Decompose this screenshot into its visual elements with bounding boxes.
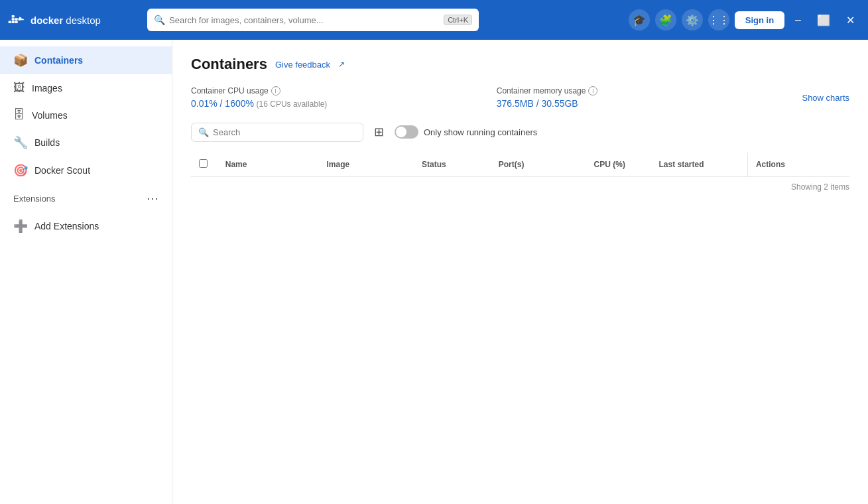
- table-header-image: Image: [318, 153, 414, 177]
- cpu-stat-avail: (16 CPUs available): [257, 99, 328, 109]
- table-header-ports: Port(s): [491, 153, 586, 177]
- table-header-last-started: Last started: [651, 153, 748, 177]
- add-extensions-icon: ➕: [13, 219, 28, 233]
- titlebar-actions: 🎓 🧩 ⚙️ ⋮⋮ Sign in – ⬜ ✕: [629, 9, 860, 31]
- search-icon: 🔍: [154, 15, 165, 25]
- sidebar-item-builds-label: Builds: [34, 137, 60, 148]
- logo-text: docker desktop: [31, 15, 101, 26]
- table-header-actions: Actions: [747, 153, 849, 177]
- extensions-button[interactable]: 🧩: [655, 9, 676, 31]
- table-header-status: Status: [414, 153, 491, 177]
- volumes-icon: 🗄: [13, 108, 25, 122]
- settings-button[interactable]: ⚙️: [682, 9, 703, 31]
- sidebar-item-volumes[interactable]: 🗄 Volumes: [0, 101, 172, 129]
- memory-stat-label: Container memory usage i: [497, 86, 802, 95]
- builds-icon: 🔧: [13, 135, 28, 150]
- svg-rect-1: [12, 21, 15, 23]
- logo-docker: docker: [31, 15, 63, 26]
- learn-button[interactable]: 🎓: [629, 9, 650, 31]
- search-shortcut: Ctrl+K: [444, 15, 472, 25]
- sidebar-item-containers-label: Containers: [34, 55, 83, 66]
- table-header-name: Name: [217, 153, 319, 177]
- sidebar-item-volumes-label: Volumes: [32, 110, 68, 121]
- containers-table: Name Image Status Port(s) CPU (%) Last s…: [191, 153, 849, 177]
- docker-scout-icon: 🎯: [13, 163, 28, 178]
- extensions-more-button[interactable]: ⋯: [147, 191, 158, 206]
- memory-info-icon[interactable]: i: [588, 86, 597, 95]
- svg-rect-2: [15, 21, 18, 23]
- logo-desktop: desktop: [63, 15, 101, 26]
- table-header: Name Image Status Port(s) CPU (%) Last s…: [191, 153, 849, 177]
- table-header-checkbox[interactable]: [191, 153, 217, 177]
- cpu-info-icon[interactable]: i: [271, 86, 280, 95]
- titlebar: docker desktop 🔍 Ctrl+K 🎓 🧩 ⚙️ ⋮⋮ Sign i…: [0, 0, 868, 40]
- containers-icon: 📦: [13, 53, 28, 68]
- maximize-button[interactable]: ⬜: [812, 14, 836, 27]
- global-search-bar[interactable]: 🔍 Ctrl+K: [147, 9, 479, 31]
- extensions-header: Extensions ⋯: [0, 184, 172, 212]
- page-title: Containers: [191, 56, 267, 73]
- sidebar-item-images-label: Images: [32, 83, 62, 94]
- memory-stat-value: 376.5MB / 30.55GB: [497, 98, 578, 109]
- showing-items: Showing 2 items: [191, 177, 849, 197]
- table-header-cpu: CPU (%): [586, 153, 651, 177]
- running-toggle[interactable]: [395, 125, 418, 139]
- container-search-wrap[interactable]: 🔍: [191, 123, 363, 142]
- svg-rect-5: [12, 18, 15, 21]
- sidebar-item-builds[interactable]: 🔧 Builds: [0, 129, 172, 157]
- app-layout: 📦 Containers 🖼 Images 🗄 Volumes 🔧 Builds…: [0, 40, 868, 504]
- svg-rect-3: [15, 18, 18, 21]
- main-content: Containers Give feedback ↗ Container CPU…: [172, 40, 868, 504]
- page-header: Containers Give feedback ↗: [191, 56, 849, 73]
- add-extensions-item[interactable]: ➕ Add Extensions: [0, 212, 172, 240]
- svg-rect-0: [9, 21, 11, 23]
- memory-stat-block: Container memory usage i 376.5MB / 30.55…: [497, 86, 802, 109]
- toolbar: 🔍 ⊞ Only show running containers: [191, 122, 849, 142]
- add-extensions-label: Add Extensions: [34, 221, 99, 231]
- sidebar-item-images[interactable]: 🖼 Images: [0, 74, 172, 101]
- apps-button[interactable]: ⋮⋮: [708, 9, 729, 31]
- cpu-stat-label: Container CPU usage i: [191, 86, 497, 95]
- sidebar: 📦 Containers 🖼 Images 🗄 Volumes 🔧 Builds…: [0, 40, 172, 504]
- signin-button[interactable]: Sign in: [735, 11, 784, 29]
- extensions-label: Extensions: [13, 194, 56, 204]
- container-search-input[interactable]: [213, 127, 356, 137]
- show-charts-button[interactable]: Show charts: [802, 93, 849, 103]
- cpu-stat-value: 0.01% / 1600%: [191, 98, 254, 109]
- sidebar-item-docker-scout-label: Docker Scout: [34, 165, 90, 176]
- toggle-thumb: [396, 127, 406, 137]
- images-icon: 🖼: [13, 81, 25, 95]
- feedback-external-icon: ↗: [338, 60, 345, 69]
- sidebar-item-containers[interactable]: 📦 Containers: [0, 46, 172, 74]
- running-toggle-container: Only show running containers: [395, 125, 537, 139]
- sidebar-item-docker-scout[interactable]: 🎯 Docker Scout: [0, 157, 172, 184]
- grid-view-button[interactable]: ⊞: [371, 122, 387, 142]
- svg-rect-6: [12, 15, 15, 18]
- global-search-input[interactable]: [169, 15, 440, 25]
- only-running-label: Only show running containers: [424, 127, 537, 137]
- cpu-stat-block: Container CPU usage i 0.01% / 1600% (16 …: [191, 86, 497, 109]
- minimize-button[interactable]: –: [790, 14, 806, 26]
- logo-area: docker desktop: [8, 11, 141, 29]
- feedback-link[interactable]: Give feedback: [275, 60, 330, 70]
- close-button[interactable]: ✕: [841, 14, 860, 27]
- search-icon: 🔍: [198, 127, 209, 137]
- stats-row: Container CPU usage i 0.01% / 1600% (16 …: [191, 86, 849, 109]
- select-all-checkbox[interactable]: [199, 159, 208, 168]
- docker-logo-icon: [8, 11, 27, 29]
